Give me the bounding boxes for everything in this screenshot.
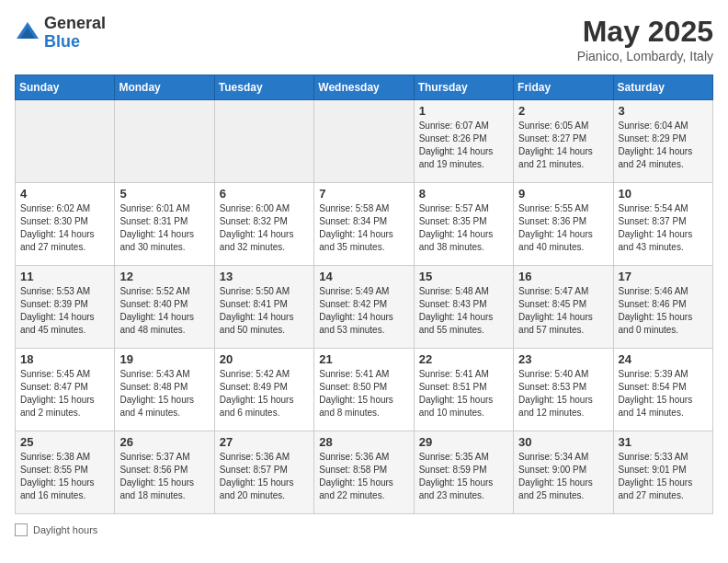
daylight-swatch <box>15 523 28 536</box>
day-number: 30 <box>518 435 608 449</box>
logo-general: General <box>44 14 106 32</box>
day-number: 13 <box>220 270 309 283</box>
day-info: Sunrise: 5:53 AM Sunset: 8:39 PM Dayligh… <box>20 285 109 337</box>
logo: General Blue <box>15 15 106 52</box>
calendar-cell: 23Sunrise: 5:40 AM Sunset: 8:53 PM Dayli… <box>514 349 613 431</box>
day-number: 18 <box>20 352 109 366</box>
calendar-cell: 21Sunrise: 5:41 AM Sunset: 8:50 PM Dayli… <box>314 349 414 431</box>
day-info: Sunrise: 5:35 AM Sunset: 8:59 PM Dayligh… <box>419 451 508 502</box>
calendar-footer: Daylight hours <box>15 523 713 536</box>
day-info: Sunrise: 5:50 AM Sunset: 8:41 PM Dayligh… <box>220 285 309 337</box>
calendar-cell <box>16 100 115 183</box>
day-number: 31 <box>619 435 708 449</box>
day-number: 9 <box>518 187 608 201</box>
day-number: 7 <box>319 187 408 201</box>
calendar-cell: 3Sunrise: 6:04 AM Sunset: 8:29 PM Daylig… <box>613 100 712 183</box>
calendar-cell: 19Sunrise: 5:43 AM Sunset: 8:48 PM Dayli… <box>115 349 214 431</box>
calendar-cell: 27Sunrise: 5:36 AM Sunset: 8:57 PM Dayli… <box>214 431 313 514</box>
calendar-cell: 18Sunrise: 5:45 AM Sunset: 8:47 PM Dayli… <box>16 349 115 431</box>
day-number: 26 <box>119 435 209 449</box>
calendar-week-3: 11Sunrise: 5:53 AM Sunset: 8:39 PM Dayli… <box>16 266 713 349</box>
day-info: Sunrise: 6:01 AM Sunset: 8:31 PM Dayligh… <box>119 202 209 254</box>
calendar-cell: 13Sunrise: 5:50 AM Sunset: 8:41 PM Dayli… <box>214 266 313 349</box>
logo-text: General Blue <box>44 15 106 52</box>
calendar-cell: 12Sunrise: 5:52 AM Sunset: 8:40 PM Dayli… <box>115 266 214 349</box>
day-number: 16 <box>518 270 608 283</box>
day-info: Sunrise: 5:48 AM Sunset: 8:43 PM Dayligh… <box>419 285 508 337</box>
day-info: Sunrise: 5:43 AM Sunset: 8:48 PM Dayligh… <box>119 368 209 419</box>
day-number: 22 <box>419 352 508 366</box>
day-number: 25 <box>20 435 109 449</box>
logo-icon <box>15 20 40 46</box>
title-block: May 2025 Pianico, Lombardy, Italy <box>577 15 713 63</box>
day-info: Sunrise: 5:40 AM Sunset: 8:53 PM Dayligh… <box>518 368 608 419</box>
day-number: 27 <box>220 435 309 449</box>
day-info: Sunrise: 6:00 AM Sunset: 8:32 PM Dayligh… <box>220 202 309 254</box>
day-number: 21 <box>319 352 408 366</box>
calendar-week-4: 18Sunrise: 5:45 AM Sunset: 8:47 PM Dayli… <box>16 349 713 431</box>
calendar-cell: 22Sunrise: 5:41 AM Sunset: 8:51 PM Dayli… <box>414 349 513 431</box>
day-number: 8 <box>419 187 508 201</box>
day-number: 2 <box>518 104 608 118</box>
calendar-cell: 16Sunrise: 5:47 AM Sunset: 8:45 PM Dayli… <box>514 266 613 349</box>
header-day-saturday: Saturday <box>613 75 712 100</box>
day-info: Sunrise: 5:45 AM Sunset: 8:47 PM Dayligh… <box>20 368 109 419</box>
day-info: Sunrise: 5:39 AM Sunset: 8:54 PM Dayligh… <box>619 368 708 419</box>
calendar-cell: 20Sunrise: 5:42 AM Sunset: 8:49 PM Dayli… <box>214 349 313 431</box>
calendar-body: 1Sunrise: 6:07 AM Sunset: 8:26 PM Daylig… <box>16 100 713 514</box>
calendar-cell: 7Sunrise: 5:58 AM Sunset: 8:34 PM Daylig… <box>314 183 414 266</box>
header-day-thursday: Thursday <box>414 75 513 100</box>
day-number: 23 <box>518 352 608 366</box>
day-info: Sunrise: 5:42 AM Sunset: 8:49 PM Dayligh… <box>220 368 309 419</box>
day-number: 5 <box>119 187 209 201</box>
day-number: 12 <box>119 270 209 283</box>
day-number: 28 <box>319 435 408 449</box>
calendar-cell: 5Sunrise: 6:01 AM Sunset: 8:31 PM Daylig… <box>115 183 214 266</box>
day-number: 17 <box>619 270 708 283</box>
calendar-cell: 11Sunrise: 5:53 AM Sunset: 8:39 PM Dayli… <box>16 266 115 349</box>
day-info: Sunrise: 5:55 AM Sunset: 8:36 PM Dayligh… <box>518 202 608 254</box>
header-day-tuesday: Tuesday <box>214 75 313 100</box>
day-info: Sunrise: 5:34 AM Sunset: 9:00 PM Dayligh… <box>518 451 608 502</box>
calendar-cell: 29Sunrise: 5:35 AM Sunset: 8:59 PM Dayli… <box>414 431 513 514</box>
day-info: Sunrise: 6:04 AM Sunset: 8:29 PM Dayligh… <box>619 120 708 171</box>
calendar-cell: 8Sunrise: 5:57 AM Sunset: 8:35 PM Daylig… <box>414 183 513 266</box>
calendar-cell <box>314 100 414 183</box>
day-info: Sunrise: 5:41 AM Sunset: 8:50 PM Dayligh… <box>319 368 408 419</box>
day-number: 3 <box>619 104 708 118</box>
day-info: Sunrise: 5:52 AM Sunset: 8:40 PM Dayligh… <box>119 285 209 337</box>
calendar-cell: 1Sunrise: 6:07 AM Sunset: 8:26 PM Daylig… <box>414 100 513 183</box>
day-info: Sunrise: 5:38 AM Sunset: 8:55 PM Dayligh… <box>20 451 109 502</box>
calendar-cell: 2Sunrise: 6:05 AM Sunset: 8:27 PM Daylig… <box>514 100 613 183</box>
calendar-table: SundayMondayTuesdayWednesdayThursdayFrid… <box>15 75 713 514</box>
day-info: Sunrise: 5:41 AM Sunset: 8:51 PM Dayligh… <box>419 368 508 419</box>
calendar-cell: 15Sunrise: 5:48 AM Sunset: 8:43 PM Dayli… <box>414 266 513 349</box>
day-info: Sunrise: 5:47 AM Sunset: 8:45 PM Dayligh… <box>518 285 608 337</box>
header-day-wednesday: Wednesday <box>314 75 414 100</box>
day-info: Sunrise: 5:58 AM Sunset: 8:34 PM Dayligh… <box>319 202 408 254</box>
header-day-sunday: Sunday <box>16 75 115 100</box>
calendar-cell: 6Sunrise: 6:00 AM Sunset: 8:32 PM Daylig… <box>214 183 313 266</box>
calendar-week-2: 4Sunrise: 6:02 AM Sunset: 8:30 PM Daylig… <box>16 183 713 266</box>
calendar-week-5: 25Sunrise: 5:38 AM Sunset: 8:55 PM Dayli… <box>16 431 713 514</box>
day-info: Sunrise: 6:02 AM Sunset: 8:30 PM Dayligh… <box>20 202 109 254</box>
day-info: Sunrise: 5:57 AM Sunset: 8:35 PM Dayligh… <box>419 202 508 254</box>
day-number: 10 <box>619 187 708 201</box>
header-day-monday: Monday <box>115 75 214 100</box>
calendar-week-1: 1Sunrise: 6:07 AM Sunset: 8:26 PM Daylig… <box>16 100 713 183</box>
day-number: 24 <box>619 352 708 366</box>
calendar-cell: 25Sunrise: 5:38 AM Sunset: 8:55 PM Dayli… <box>16 431 115 514</box>
day-number: 20 <box>220 352 309 366</box>
day-number: 1 <box>419 104 508 118</box>
day-info: Sunrise: 5:54 AM Sunset: 8:37 PM Dayligh… <box>619 202 708 254</box>
day-info: Sunrise: 5:37 AM Sunset: 8:56 PM Dayligh… <box>119 451 209 502</box>
day-number: 15 <box>419 270 508 283</box>
calendar-cell: 28Sunrise: 5:36 AM Sunset: 8:58 PM Dayli… <box>314 431 414 514</box>
calendar-cell: 14Sunrise: 5:49 AM Sunset: 8:42 PM Dayli… <box>314 266 414 349</box>
day-info: Sunrise: 6:07 AM Sunset: 8:26 PM Dayligh… <box>419 120 508 171</box>
footer-daylight: Daylight hours <box>15 523 97 536</box>
calendar-cell: 26Sunrise: 5:37 AM Sunset: 8:56 PM Dayli… <box>115 431 214 514</box>
logo-blue: Blue <box>44 32 80 51</box>
day-number: 4 <box>20 187 109 201</box>
calendar-cell: 31Sunrise: 5:33 AM Sunset: 9:01 PM Dayli… <box>613 431 712 514</box>
